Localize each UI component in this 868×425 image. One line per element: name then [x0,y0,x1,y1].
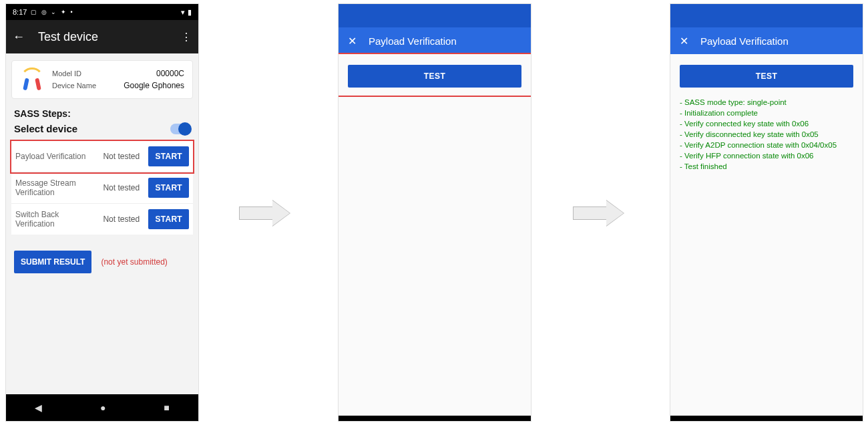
battery-icon: ▮ [188,8,192,17]
page-title: Test device [38,30,98,44]
back-icon[interactable]: ← [13,30,25,44]
headphones-icon [20,67,44,92]
device-name-value: Google Gphones [124,80,184,92]
nav-back-icon[interactable]: ◀ [35,402,42,413]
model-id-value: 00000C [156,67,184,80]
log-line: - Verify connected key state with 0x06 [680,118,853,129]
close-icon[interactable]: ✕ [348,35,357,47]
device-name-label: Device Name [52,80,96,92]
bottom-bar [339,416,531,421]
log-line: - Test finished [680,161,853,172]
flow-arrow-icon [573,200,626,226]
page-title: Payload Verification [369,35,457,47]
test-list: Payload Verification Not tested START Me… [11,141,193,235]
test-row-payload: Payload Verification Not tested START [11,141,193,172]
test-status: Not tested [103,152,148,161]
test-row-message-stream: Message Stream Verification Not tested S… [11,172,193,204]
screen-test-device: 8:17 ▢ ◎ ⌄ ✦ • ▾ ▮ ← Test device ⋮ Model… [5,3,199,422]
bottom-bar [670,416,863,421]
screen-payload-after: ✕ Payload Verification TEST - SASS mode … [670,3,863,422]
log-line: - SASS mode type: single-point [680,97,853,108]
select-device-label: Select device [14,123,77,134]
blue-subheader: ✕ Payload Verification [670,27,863,54]
wifi-icon: ▾ [181,8,185,17]
test-status: Not tested [103,215,148,224]
log-line: - Verify HFP connection state with 0x06 [680,150,853,161]
log-line: - Verify A2DP connection state with 0x04… [680,140,853,150]
device-card: Model ID 00000C Device Name Google Gphon… [11,60,193,99]
flow-arrow-icon [239,200,292,226]
start-button[interactable]: START [148,209,189,229]
nav-recents-icon[interactable]: ■ [164,402,169,413]
test-name: Message Stream Verification [15,178,103,197]
close-icon[interactable]: ✕ [680,35,688,47]
page-title: Payload Verification [700,35,789,47]
test-log: - SASS mode type: single-point - Initial… [670,96,863,173]
test-button[interactable]: TEST [680,65,853,88]
status-left-icons: ▢ ◎ ⌄ ✦ • [31,9,73,15]
test-status: Not tested [103,183,148,192]
submit-result-button[interactable]: SUBMIT RESULT [14,251,91,273]
app-bar: ← Test device ⋮ [6,20,198,53]
status-bar: 8:17 ▢ ◎ ⌄ ✦ • ▾ ▮ [6,4,198,20]
screen-payload-before: ✕ Payload Verification TEST [338,3,531,422]
overflow-icon[interactable]: ⋮ [181,31,192,43]
blue-subheader: ✕ Payload Verification [339,27,531,54]
test-row-switch-back: Switch Back Verification Not tested STAR… [11,204,193,235]
test-name: Payload Verification [15,152,103,161]
start-button[interactable]: START [148,146,189,166]
test-name: Switch Back Verification [15,210,103,229]
sass-steps-label: SASS Steps: [14,108,190,119]
model-id-label: Model ID [52,67,81,80]
blue-header [670,4,863,27]
nav-home-icon[interactable]: ● [100,402,105,413]
android-nav-bar: ◀ ● ■ [6,394,198,421]
blue-header [339,4,531,27]
status-time: 8:17 [13,8,27,16]
select-device-toggle[interactable] [170,124,190,134]
submit-status: (not yet submitted) [101,257,167,267]
log-line: - Initialization complete [680,108,853,118]
test-button[interactable]: TEST [348,65,521,88]
log-line: - Verify disconnected key state with 0x0… [680,129,853,140]
start-button[interactable]: START [148,178,189,198]
